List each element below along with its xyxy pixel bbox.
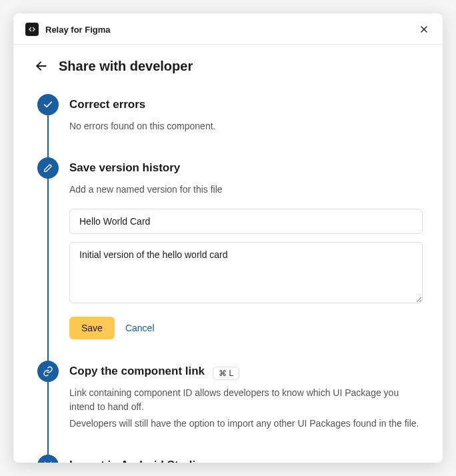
plugin-window: Relay for Figma Share with developer — [13, 13, 443, 463]
cancel-button[interactable]: Cancel — [125, 323, 155, 333]
check-icon — [37, 94, 59, 115]
app-icon — [25, 23, 39, 36]
step-description: Developers will still have the option to… — [69, 417, 423, 431]
pencil-icon — [37, 157, 59, 179]
step-connector — [47, 115, 49, 160]
step-title: Save version history — [69, 157, 423, 179]
close-button[interactable] — [417, 23, 431, 36]
step-import-android: Import in Android Studio Share this link… — [37, 455, 423, 463]
page-title: Share with developer — [59, 59, 193, 74]
back-button[interactable] — [33, 58, 49, 74]
titlebar-left: Relay for Figma — [25, 23, 111, 36]
content: Share with developer Correct errors No e… — [13, 45, 443, 463]
step-save-version: Save version history Add a new named ver… — [37, 157, 423, 361]
app-name: Relay for Figma — [45, 25, 111, 35]
step-description: No errors found on this component. — [69, 119, 423, 133]
steps-list: Correct errors No errors found on this c… — [33, 94, 423, 463]
titlebar: Relay for Figma — [13, 13, 443, 45]
content-scroll[interactable]: Share with developer Correct errors No e… — [13, 45, 443, 463]
step-title-row: Copy the component link ⌘ L — [69, 361, 423, 386]
link-icon — [37, 361, 59, 382]
step-connector — [47, 382, 49, 457]
version-form: Initial version of the hello world card … — [69, 209, 423, 339]
header-row: Share with developer — [33, 58, 423, 74]
version-name-input[interactable] — [69, 209, 423, 234]
step-copy-link: Copy the component link ⌘ L Link contain… — [37, 361, 423, 455]
step-title: Correct errors — [69, 94, 423, 115]
keyboard-shortcut: ⌘ L — [213, 367, 239, 380]
android-icon — [37, 455, 59, 463]
step-connector — [47, 179, 49, 363]
save-button[interactable]: Save — [69, 317, 115, 339]
button-row: Save Cancel — [69, 317, 423, 339]
step-description: Add a new named version for this file — [69, 183, 423, 197]
step-correct-errors: Correct errors No errors found on this c… — [37, 94, 423, 157]
step-description: Link containing component ID allows deve… — [69, 386, 423, 414]
version-desc-input[interactable]: Initial version of the hello world card — [69, 242, 423, 303]
step-title: Copy the component link — [69, 361, 205, 382]
step-title: Import in Android Studio — [69, 455, 423, 463]
